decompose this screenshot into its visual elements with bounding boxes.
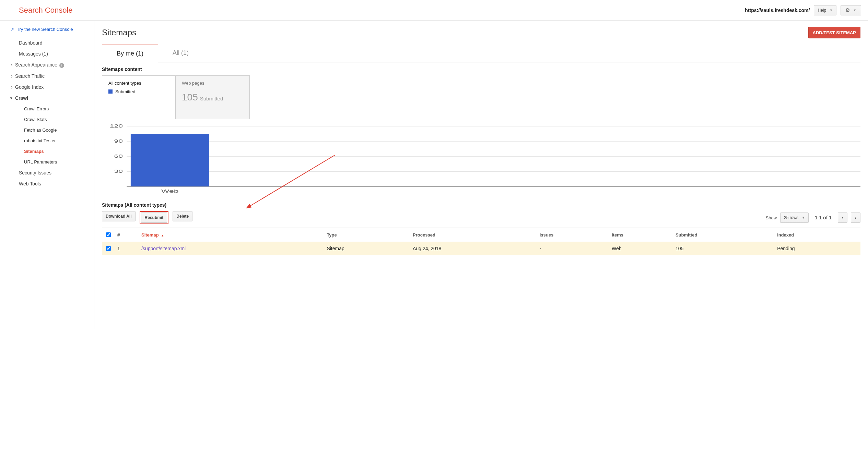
try-link-label: Try the new Search Console xyxy=(17,27,73,32)
table-cell: Pending xyxy=(774,242,860,255)
tab[interactable]: By me (1) xyxy=(102,45,158,62)
add-test-sitemap-button[interactable]: ADD/TEST SITEMAP xyxy=(808,27,860,38)
sitemap-bar-chart: 306090120Web xyxy=(102,124,860,196)
sidebar-item-label: robots.txt Tester xyxy=(24,138,56,143)
sidebar-item[interactable]: Web Tools xyxy=(0,178,94,189)
card-web-value: 105 xyxy=(182,92,198,102)
sidebar-item[interactable]: Security Issues xyxy=(0,167,94,178)
pagination-range: 1-1 of 1 xyxy=(815,215,832,220)
sidebar-item[interactable]: Search Appearancei xyxy=(0,59,94,71)
sidebar-item[interactable]: Fetch as Google xyxy=(0,125,94,135)
rows-per-page-select[interactable]: 25 rows ▼ xyxy=(780,213,809,223)
legend-submitted: Submitted xyxy=(115,89,136,94)
sidebar-item-label: Crawl Stats xyxy=(24,117,47,122)
svg-text:120: 120 xyxy=(110,124,123,129)
table-cell: - xyxy=(537,242,609,255)
sidebar-item-label: Crawl Errors xyxy=(24,106,49,111)
svg-text:30: 30 xyxy=(114,169,123,174)
table-cell: Web xyxy=(609,242,673,255)
sidebar-item-label: Search Appearance xyxy=(15,62,57,68)
chevron-down-icon: ▼ xyxy=(802,216,805,219)
table-cell: 105 xyxy=(673,242,774,255)
table-header[interactable]: Indexed xyxy=(774,228,860,242)
resubmit-button[interactable]: Resubmit xyxy=(141,213,167,223)
table-cell: 1 xyxy=(115,242,139,255)
sidebar-item[interactable]: Crawl Errors xyxy=(0,104,94,114)
row-checkbox[interactable] xyxy=(106,246,111,251)
sidebar-item[interactable]: Dashboard xyxy=(0,37,94,48)
svg-text:90: 90 xyxy=(114,139,123,144)
external-link-icon: ↗ xyxy=(10,27,14,32)
sidebar-item[interactable]: Messages (1) xyxy=(0,48,94,59)
sidebar-item-label: Dashboard xyxy=(19,40,43,46)
table-row[interactable]: 1/support/sitemap.xmlSitemapAug 24, 2018… xyxy=(102,242,860,255)
sidebar-item-label: Sitemaps xyxy=(24,149,44,154)
svg-text:60: 60 xyxy=(114,154,123,159)
table-header[interactable]: Type xyxy=(324,228,410,242)
page-title: Sitemaps xyxy=(102,28,136,37)
chevron-left-icon: ‹ xyxy=(842,215,843,220)
table-cell: /support/sitemap.xml xyxy=(139,242,324,255)
sidebar-item[interactable]: Crawl xyxy=(0,93,94,104)
sidebar-item-label: URL Parameters xyxy=(24,159,57,165)
sidebar-item-label: Messages (1) xyxy=(19,51,48,57)
table-header[interactable]: Items xyxy=(609,228,673,242)
show-label: Show xyxy=(766,215,777,220)
sitemaps-content-heading: Sitemaps content xyxy=(102,66,860,72)
table-cell: Sitemap xyxy=(324,242,410,255)
download-all-button[interactable]: Download All xyxy=(102,211,136,221)
chevron-right-icon: › xyxy=(855,215,856,220)
sidebar-item-label: Web Tools xyxy=(19,181,41,186)
delete-button[interactable]: Delete xyxy=(173,211,192,221)
sidebar-item-label: Search Traffic xyxy=(15,73,45,79)
table-cell: Aug 24, 2018 xyxy=(410,242,537,255)
sidebar: ↗ Try the new Search Console DashboardMe… xyxy=(0,21,94,329)
card-web-pages[interactable]: Web pages 105Submitted xyxy=(175,75,250,119)
gear-icon: ⚙ xyxy=(845,7,850,13)
table-header[interactable]: # xyxy=(115,228,139,242)
try-new-console-link[interactable]: ↗ Try the new Search Console xyxy=(0,25,94,37)
rows-sel-value: 25 rows xyxy=(784,215,798,220)
site-url[interactable]: https://sauls.freshdesk.com/ xyxy=(745,8,810,13)
sitemaps-list-heading: Sitemaps (All content types) xyxy=(102,202,860,208)
sidebar-item[interactable]: robots.txt Tester xyxy=(0,135,94,146)
sitemaps-table: #Sitemap ▲TypeProcessedIssuesItemsSubmit… xyxy=(102,228,860,255)
card-all-title: All content types xyxy=(108,81,169,86)
chevron-down-icon: ▼ xyxy=(853,9,856,12)
help-button[interactable]: Help ▼ xyxy=(814,5,836,15)
card-web-title: Web pages xyxy=(182,81,243,86)
sidebar-item-label: Security Issues xyxy=(19,170,51,175)
legend-swatch xyxy=(108,89,113,94)
tab[interactable]: All (1) xyxy=(158,45,203,62)
info-icon: i xyxy=(59,63,64,68)
sidebar-item[interactable]: Google Index xyxy=(0,82,94,93)
sitemap-link[interactable]: /support/sitemap.xml xyxy=(141,246,186,251)
chevron-down-icon: ▼ xyxy=(830,9,833,12)
svg-text:Web: Web xyxy=(161,189,178,193)
sidebar-item-label: Google Index xyxy=(15,84,44,90)
settings-button[interactable]: ⚙ ▼ xyxy=(841,5,861,15)
app-logo[interactable]: Search Console xyxy=(19,6,73,15)
help-label: Help xyxy=(818,8,826,13)
table-header[interactable]: Issues xyxy=(537,228,609,242)
next-page-button[interactable]: › xyxy=(851,213,860,223)
svg-rect-9 xyxy=(131,134,209,186)
table-header[interactable]: Sitemap ▲ xyxy=(139,228,324,242)
table-header[interactable]: Processed xyxy=(410,228,537,242)
table-header[interactable]: Submitted xyxy=(673,228,774,242)
sort-asc-icon: ▲ xyxy=(161,234,164,237)
sidebar-item[interactable]: Crawl Stats xyxy=(0,114,94,125)
select-all-checkbox[interactable] xyxy=(106,232,111,237)
resubmit-highlight: Resubmit xyxy=(140,211,169,224)
card-all-content-types[interactable]: All content types Submitted xyxy=(102,75,176,119)
sidebar-item[interactable]: Search Traffic xyxy=(0,71,94,82)
prev-page-button[interactable]: ‹ xyxy=(838,213,847,223)
card-web-tag: Submitted xyxy=(200,96,223,101)
sidebar-item-label: Crawl xyxy=(15,95,28,101)
sidebar-item-label: Fetch as Google xyxy=(24,128,57,133)
sidebar-item[interactable]: URL Parameters xyxy=(0,157,94,167)
sidebar-item[interactable]: Sitemaps xyxy=(0,146,94,157)
